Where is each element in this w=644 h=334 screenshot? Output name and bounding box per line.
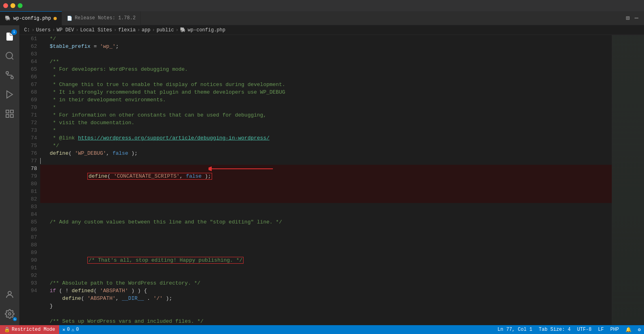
tab-modified-dot [54,17,57,20]
breadcrumb-part[interactable]: flexia [118,27,136,33]
code-line-74: * @link https://wordpress.org/support/ar… [40,134,612,142]
svg-rect-7 [10,115,13,117]
code-line-92: /** Sets up WordPress vars and included … [40,318,612,325]
tab-size-label: Tab Size: 4 [539,327,571,332]
line-ending-label: LF [598,327,604,332]
activity-bottom: ↻ [0,285,19,325]
code-line-83 [40,234,612,241]
highlight-box-78: define( 'CONCATENATE_SCRIPTS', false ); [87,173,212,180]
activity-search-icon[interactable] [0,46,19,66]
breadcrumb-part[interactable]: Local Sites [80,27,112,33]
code-line-85: /* That's all, stop editing! Happy publi… [40,249,612,272]
errors-warnings-button[interactable]: ✕ 0 ⚠ 0 [59,325,82,334]
traffic-lights [3,3,23,8]
highlight-box-85: /* That's all, stop editing! Happy publi… [87,257,244,264]
code-line-80 [40,211,612,218]
activity-settings-icon[interactable]: ↻ [0,304,19,324]
php-file-icon: 🐘 [5,15,11,21]
breadcrumb-filename[interactable]: wp-config.php [188,27,225,33]
svg-point-10 [8,313,11,315]
breadcrumb-part[interactable]: C: [24,27,30,33]
bell-icon: 🔔 [625,327,632,333]
error-icon: ✕ [62,327,65,333]
tab-size-button[interactable]: Tab Size: 4 [536,327,574,332]
svg-point-0 [6,52,12,59]
error-count: 0 [67,327,70,332]
activity-account-icon[interactable] [0,285,19,304]
code-line-76: define( 'WP_DEBUG', false ); [40,150,612,157]
code-line-84 [40,241,612,249]
cursor-position-button[interactable]: Ln 77, Col 1 [494,327,535,332]
tab-label: Release Notes: 1.78.2 [75,15,136,21]
split-editor-button[interactable]: ⊞ [623,14,632,22]
editor-container[interactable]: 61 62 63 64 65 66 67 68 69 70 71 72 73 7… [19,35,644,325]
status-right: Ln 77, Col 1 Tab Size: 4 UTF-8 LF PHP 🔔 … [494,327,644,333]
minimap [612,35,644,325]
code-content[interactable]: */ $table_prefix = 'wp_'; /** * For deve… [40,35,612,325]
language-label: PHP [610,327,619,332]
breadcrumb-part[interactable]: app [142,27,151,33]
tab-release-notes[interactable]: 📄 Release Notes: 1.78.2 [62,11,141,25]
remote-button[interactable]: ⚙ [635,327,644,333]
code-line-68: * It is strongly recommended that plugin… [40,88,612,96]
code-line-87: /** Absolute path to the WordPress direc… [40,279,612,287]
activity-extensions-icon[interactable] [0,104,19,123]
text-cursor [40,158,41,164]
activity-files-icon[interactable]: 1 [0,27,19,46]
svg-rect-6 [10,110,13,113]
encoding-button[interactable]: UTF-8 [574,327,595,332]
notifications-button[interactable]: 🔔 [622,327,635,333]
breadcrumb: C: › Users › WP DEV › Local Sites › flex… [19,25,644,35]
breadcrumb-part[interactable]: public [157,27,174,33]
title-bar [0,0,644,11]
code-line-69: * in their development environments. [40,96,612,104]
status-left: 🔒 Restricted Mode ✕ 0 ⚠ 0 [0,325,82,334]
breadcrumb-file-icon: 🐘 [180,27,186,33]
breadcrumb-part[interactable]: WP DEV [57,27,74,33]
code-line-78: define( 'CONCATENATE_SCRIPTS', false ); [40,165,612,203]
files-badge: 1 [11,29,17,35]
svg-rect-5 [6,110,9,113]
svg-line-1 [12,58,13,59]
code-line-63 [40,50,612,58]
code-line-86 [40,272,612,279]
warning-icon: ⚠ [71,327,74,333]
more-actions-button[interactable]: ⋯ [632,14,641,22]
activity-source-control-icon[interactable] [0,66,19,85]
code-line-91 [40,310,612,318]
code-line-75: */ [40,142,612,150]
code-line-70: * [40,104,612,111]
warning-count: 0 [76,327,79,332]
svg-marker-4 [7,91,12,98]
svg-point-9 [8,291,11,295]
code-line-79 [40,203,612,211]
status-bar: 🔒 Restricted Mode ✕ 0 ⚠ 0 Ln 77, Col 1 T… [0,325,644,334]
close-button[interactable] [3,3,8,8]
tab-actions: ⊞ ⋯ [623,14,644,22]
encoding-label: UTF-8 [577,327,592,332]
svg-point-2 [11,76,13,79]
code-line-67: * Change this to true to enable the disp… [40,81,612,88]
minimize-button[interactable] [10,3,15,8]
activity-bar: 1 ↻ [0,25,19,325]
settings-sync-badge: ↻ [13,317,17,321]
main-layout: 1 ↻ C: › [0,25,644,325]
language-button[interactable]: PHP [607,327,622,332]
tab-label: wp-config.php [13,16,51,21]
cursor-position-label: Ln 77, Col 1 [497,327,532,332]
code-line-64: /** [40,58,612,66]
annotation-arrow [208,166,289,172]
code-line-82 [40,226,612,234]
maximize-button[interactable] [18,3,23,8]
activity-run-debug-icon[interactable] [0,85,19,104]
breadcrumb-part[interactable]: Users [36,27,51,33]
editor-area: C: › Users › WP DEV › Local Sites › flex… [19,25,644,325]
svg-rect-8 [6,115,9,117]
tab-wp-config[interactable]: 🐘 wp-config.php [0,11,62,25]
code-line-90: } [40,302,612,310]
line-ending-button[interactable]: LF [595,327,607,332]
restricted-mode-label: Restricted Mode [12,327,55,332]
restricted-mode-button[interactable]: 🔒 Restricted Mode [0,325,59,334]
svg-point-3 [6,72,8,74]
code-line-81: /* Add any custom values between this li… [40,218,612,226]
